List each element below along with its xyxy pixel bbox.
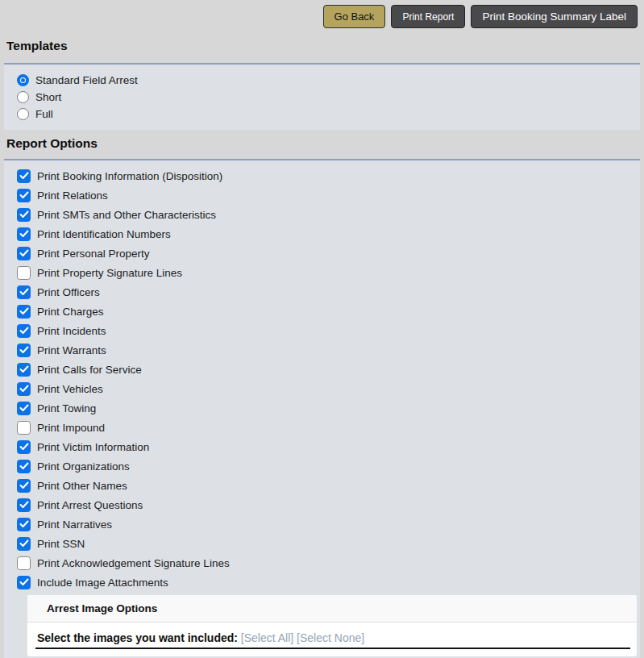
checkmark-icon [19,249,29,257]
checkmark-icon [19,520,29,528]
go-back-button[interactable]: Go Back [323,5,386,28]
report-option-label[interactable]: Print Relations [37,189,108,202]
checkmark-icon [19,404,29,412]
checkmark-icon [19,385,29,393]
checkmark-icon [19,172,29,180]
arrest-image-options-body: Select the images you want included: [Se… [27,623,637,656]
template-radio-label[interactable]: Full [35,108,53,120]
template-option-row: Short [17,89,640,106]
report-option-row: Print Personal Property [17,244,640,263]
report-option-label[interactable]: Print SMTs and Other Characteristics [37,209,216,221]
report-option-label[interactable]: Print Officers [37,286,100,298]
report-option-label[interactable]: Print Charges [37,306,104,318]
report-option-row: Print SSN [17,534,640,553]
report-option-checkbox[interactable] [17,440,31,454]
report-option-row: Print Booking Information (Disposition) [17,166,640,185]
report-option-label[interactable]: Print Other Names [37,480,127,492]
template-radio-full[interactable] [17,108,29,120]
checkmark-icon [19,230,29,238]
checkmark-icon [19,481,29,489]
report-option-label[interactable]: Print Incidents [37,325,106,337]
toolbar: Go Back Print Report Print Booking Summa… [0,0,644,28]
template-option-row: Full [17,106,640,123]
checkmark-icon [19,539,29,548]
report-option-checkbox[interactable] [17,208,31,222]
report-option-checkbox[interactable] [17,363,31,377]
report-option-row: Print SMTs and Other Characteristics [17,205,640,224]
report-option-label[interactable]: Print Acknowledgement Signature Lines [37,557,230,569]
report-option-row: Print Impound [17,418,640,437]
arrest-image-options-heading: Arrest Image Options [27,595,637,623]
report-option-checkbox[interactable] [17,402,31,415]
report-option-label[interactable]: Print Vehicles [37,383,103,395]
report-option-row: Print Calls for Service [17,360,640,379]
report-option-checkbox[interactable] [17,324,31,338]
report-option-row: Print Charges [17,302,640,321]
report-option-label[interactable]: Print Arrest Questions [37,499,143,511]
report-option-checkbox[interactable] [17,479,31,493]
report-option-label[interactable]: Print Towing [37,402,96,414]
report-option-row: Print Narratives [17,514,640,534]
checkmark-icon [19,327,29,335]
checkmark-icon [19,443,29,451]
report-option-row: Print Victim Information [17,437,640,456]
report-options-checkbox-list: Print Booking Information (Disposition)P… [17,166,640,592]
report-option-checkbox[interactable] [17,382,31,396]
report-option-checkbox[interactable] [17,344,31,357]
select-none-link[interactable]: [Select None] [297,631,364,644]
report-option-label[interactable]: Print Booking Information (Disposition) [37,170,222,182]
report-option-label[interactable]: Print Calls for Service [37,364,142,376]
checkmark-icon [19,210,29,219]
report-option-row: Print Property Signature Lines [17,263,640,282]
report-option-checkbox[interactable] [17,247,31,260]
report-options-panel: Print Booking Information (Disposition)P… [4,160,640,658]
print-booking-summary-label-button[interactable]: Print Booking Summary Label [471,5,638,28]
report-option-checkbox[interactable] [17,460,31,473]
report-option-row: Include Image Attachments [17,573,640,592]
report-option-checkbox[interactable] [17,498,31,512]
report-option-label[interactable]: Print Property Signature Lines [37,267,182,279]
report-option-row: Print Warrants [17,340,640,360]
report-option-label[interactable]: Print Victim Information [37,441,149,453]
page: Go Back Print Report Print Booking Summa… [0,0,644,658]
report-option-label[interactable]: Print Warrants [37,344,106,356]
report-option-label[interactable]: Print Organizations [37,460,130,473]
report-option-label[interactable]: Include Image Attachments [37,577,168,589]
template-radio-standard-field-arrest[interactable] [17,74,29,86]
report-option-checkbox[interactable] [17,227,31,241]
report-option-checkbox[interactable] [17,576,31,589]
report-option-row: Print Vehicles [17,379,640,398]
template-radio-label[interactable]: Standard Field Arrest [35,74,138,86]
report-option-checkbox[interactable] [17,305,31,319]
print-report-button[interactable]: Print Report [391,5,465,28]
template-radio-label[interactable]: Short [35,91,61,103]
report-option-label[interactable]: Print Narratives [37,518,112,531]
report-option-row: Print Arrest Questions [17,495,640,514]
report-option-checkbox[interactable] [17,421,31,435]
report-option-row: Print Identification Numbers [17,224,640,244]
report-option-label[interactable]: Print Identification Numbers [37,228,171,240]
report-option-row: Print Incidents [17,321,640,340]
report-option-row: Print Relations [17,185,640,205]
report-option-checkbox[interactable] [17,285,31,299]
report-option-label[interactable]: Print Personal Property [37,248,150,260]
template-radio-short[interactable] [17,91,29,103]
report-option-checkbox[interactable] [17,518,31,531]
template-option-row: Standard Field Arrest [17,72,640,89]
checkmark-icon [19,346,29,354]
select-all-link[interactable]: [Select All] [241,631,293,644]
report-option-row: Print Other Names [17,476,640,495]
checkmark-icon [19,191,29,199]
report-option-label[interactable]: Print Impound [37,422,105,434]
checkmark-icon [19,462,29,470]
report-option-checkbox[interactable] [17,266,31,280]
report-option-row: Print Towing [17,398,640,418]
report-option-checkbox[interactable] [17,189,31,202]
arrest-image-options-card: Arrest Image Options Select the images y… [27,595,637,656]
report-option-checkbox[interactable] [17,537,31,551]
report-option-checkbox[interactable] [17,169,31,183]
report-option-label[interactable]: Print SSN [37,538,85,550]
report-option-checkbox[interactable] [17,556,31,570]
templates-heading: Templates [0,28,644,63]
checkmark-icon [19,288,29,296]
